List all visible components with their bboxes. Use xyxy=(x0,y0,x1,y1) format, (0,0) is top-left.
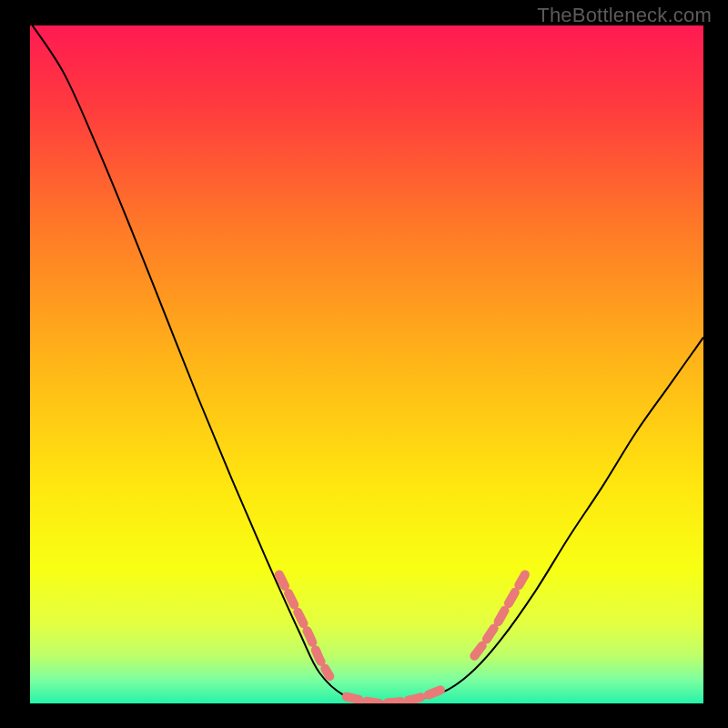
highlight-dots-right xyxy=(474,574,525,655)
highlight-dots-left xyxy=(279,574,330,676)
highlight-dots xyxy=(279,574,525,703)
plot-area xyxy=(30,25,703,703)
curve-layer xyxy=(30,25,703,703)
highlight-dots-bottom xyxy=(347,690,441,703)
bottleneck-curve xyxy=(30,25,703,703)
watermark-text: TheBottleneck.com xyxy=(537,4,712,27)
chart-frame: TheBottleneck.com xyxy=(0,0,728,728)
